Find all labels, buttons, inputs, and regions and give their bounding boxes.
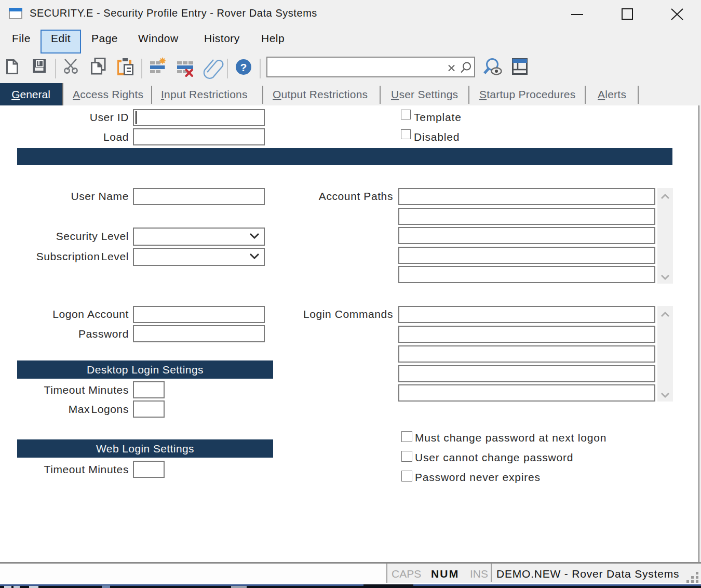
svg-text:?: ?	[240, 61, 247, 73]
